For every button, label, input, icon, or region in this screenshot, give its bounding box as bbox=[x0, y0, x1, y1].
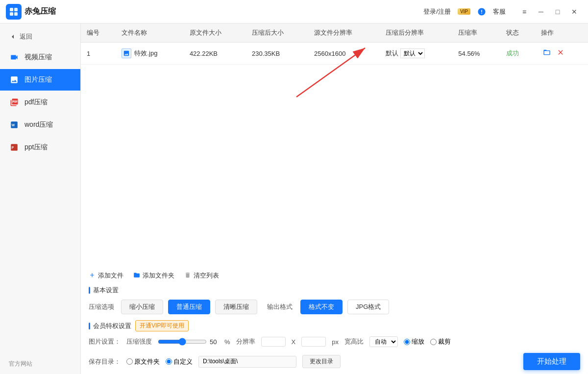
compress-btn-small[interactable]: 缩小压缩 bbox=[121, 300, 163, 314]
table-row: 1 特效.jpg 422.22KB 230.35KB bbox=[81, 43, 588, 65]
crop-option[interactable]: 裁剪 bbox=[430, 337, 451, 346]
compress-btn-clear[interactable]: 清晰压缩 bbox=[215, 300, 257, 314]
image-settings-label: 图片设置： bbox=[89, 337, 121, 346]
logo-icon bbox=[6, 4, 22, 20]
titlebar: 赤兔压缩 登录/注册 VIP 客服 ≡ ─ □ ✕ bbox=[0, 0, 588, 23]
sidebar-item-video-label: 视频压缩 bbox=[24, 53, 52, 62]
save-path-input[interactable] bbox=[198, 356, 296, 368]
delete-file-btn[interactable] bbox=[555, 47, 566, 59]
strength-pct: % bbox=[224, 338, 230, 346]
sidebar-item-word-label: word压缩 bbox=[24, 120, 53, 129]
bottom-controls: 添加文件 添加文件夹 清空列表 基本设置 bbox=[81, 265, 588, 374]
save-custom-radio[interactable] bbox=[166, 358, 172, 365]
format-btn-unchanged[interactable]: 格式不变 bbox=[300, 300, 343, 314]
content-area: 编号 文件名称 原文件大小 压缩后大小 源文件分辨率 压缩后分辨率 压缩率 状态… bbox=[81, 23, 588, 374]
sidebar-item-video[interactable]: 视频压缩 bbox=[0, 47, 80, 68]
image-settings-row: 图片设置： 压缩强度 50 % 分辨率 X px 宽高比 自动 16:9 4:3 bbox=[89, 336, 580, 347]
app-title: 赤兔压缩 bbox=[24, 6, 56, 17]
sidebar-item-image[interactable]: 图片压缩 bbox=[0, 69, 80, 91]
svg-rect-0 bbox=[10, 8, 13, 11]
app-logo: 赤兔压缩 bbox=[6, 4, 56, 20]
clear-list-btn[interactable]: 清空列表 bbox=[184, 271, 219, 280]
scale-option[interactable]: 缩放 bbox=[404, 337, 424, 346]
col-source-res: 源文件分辨率 bbox=[308, 23, 380, 43]
col-filename: 文件名称 bbox=[116, 23, 183, 43]
compress-btn-normal[interactable]: 普通压缩 bbox=[168, 300, 210, 314]
output-format-label: 输出格式 bbox=[267, 303, 293, 311]
save-original-option[interactable]: 原文件夹 bbox=[126, 357, 160, 366]
login-btn[interactable]: 登录/注册 bbox=[423, 7, 451, 16]
ratio-select[interactable]: 自动 16:9 4:3 bbox=[369, 336, 398, 347]
resolution-y-input[interactable] bbox=[301, 337, 326, 347]
clear-icon bbox=[184, 272, 191, 280]
sidebar-item-ppt[interactable]: P ppt压缩 bbox=[0, 137, 80, 158]
add-folder-btn[interactable]: 添加文件夹 bbox=[133, 271, 174, 280]
save-row: 保存目录： 原文件夹 自定义 更改目录 开始处理 bbox=[89, 353, 580, 370]
menu-btn[interactable]: ≡ bbox=[516, 4, 532, 20]
col-action: 操作 bbox=[535, 23, 588, 43]
strength-slider-container: 50 % bbox=[158, 338, 230, 346]
resolution-x-input[interactable] bbox=[261, 337, 286, 347]
col-id: 编号 bbox=[81, 23, 116, 43]
col-original-size: 原文件大小 bbox=[184, 23, 246, 43]
file-table-wrapper: 编号 文件名称 原文件大小 压缩后大小 源文件分辨率 压缩后分辨率 压缩率 状态… bbox=[81, 23, 588, 265]
vip-btn[interactable]: VIP bbox=[458, 8, 470, 15]
basic-settings-title: 基本设置 bbox=[89, 286, 580, 295]
vip-badge: VIP bbox=[458, 8, 470, 15]
row-target-res: 默认 默认 bbox=[380, 43, 453, 65]
svg-text:W: W bbox=[12, 123, 15, 127]
compress-options-row: 压缩选项 缩小压缩 普通压缩 清晰压缩 输出格式 格式不变 JPG格式 bbox=[89, 300, 580, 314]
strength-slider[interactable] bbox=[158, 338, 207, 346]
compress-options-label: 压缩选项 bbox=[89, 303, 114, 311]
minimize-btn[interactable]: ─ bbox=[533, 4, 549, 20]
svg-text:P: P bbox=[12, 146, 14, 149]
titlebar-right: 登录/注册 VIP 客服 ≡ ─ □ ✕ bbox=[423, 4, 582, 20]
table-scroll: 编号 文件名称 原文件大小 压缩后大小 源文件分辨率 压缩后分辨率 压缩率 状态… bbox=[81, 23, 588, 265]
svg-rect-2 bbox=[10, 12, 13, 16]
sidebar-back-btn[interactable]: 返回 bbox=[0, 27, 80, 46]
vip-section-bar bbox=[89, 323, 90, 329]
strength-label: 压缩强度 bbox=[126, 337, 152, 346]
pdf-icon bbox=[9, 97, 20, 108]
word-icon: W bbox=[9, 119, 20, 130]
vip-tag[interactable]: 开通VIP即可使用 bbox=[135, 320, 189, 331]
add-folder-icon bbox=[133, 272, 140, 280]
open-file-btn[interactable] bbox=[541, 47, 553, 59]
sidebar-item-pdf[interactable]: pdf压缩 bbox=[0, 92, 80, 113]
vip-settings-row: 会员特权设置 开通VIP即可使用 bbox=[89, 320, 580, 331]
table-header-row: 编号 文件名称 原文件大小 压缩后大小 源文件分辨率 压缩后分辨率 压缩率 状态… bbox=[81, 23, 588, 43]
save-label: 保存目录： bbox=[89, 357, 121, 366]
save-original-radio[interactable] bbox=[126, 358, 133, 365]
service-icon[interactable] bbox=[477, 7, 486, 16]
px-label: px bbox=[332, 338, 339, 346]
x-separator: X bbox=[292, 338, 296, 346]
row-id: 1 bbox=[81, 43, 116, 65]
scale-radio[interactable] bbox=[404, 339, 410, 345]
add-file-btn[interactable]: 添加文件 bbox=[89, 271, 123, 280]
save-custom-option[interactable]: 自定义 bbox=[166, 357, 193, 366]
row-original-size: 422.22KB bbox=[184, 43, 246, 65]
service-label-btn[interactable]: 客服 bbox=[493, 7, 506, 16]
sidebar-item-ppt-label: ppt压缩 bbox=[24, 143, 48, 152]
sidebar: 返回 视频压缩 图片压缩 pdf压缩 W word压缩 bbox=[0, 23, 81, 374]
official-website-btn[interactable]: 官方网站 bbox=[0, 354, 80, 374]
col-target-res: 压缩后分辨率 bbox=[380, 23, 453, 43]
crop-radio[interactable] bbox=[430, 339, 437, 345]
strength-value: 50 bbox=[210, 338, 221, 346]
ratio-label: 宽高比 bbox=[344, 337, 364, 346]
start-btn[interactable]: 开始处理 bbox=[523, 353, 580, 370]
window-controls: ≡ ─ □ ✕ bbox=[516, 4, 582, 20]
file-thumb-icon bbox=[122, 48, 131, 58]
row-source-res: 2560x1600 bbox=[308, 43, 380, 65]
maximize-btn[interactable]: □ bbox=[550, 4, 565, 20]
image-icon bbox=[9, 74, 20, 85]
change-dir-btn[interactable]: 更改目录 bbox=[302, 355, 341, 368]
main-layout: 返回 视频压缩 图片压缩 pdf压缩 W word压缩 bbox=[0, 23, 588, 374]
sidebar-item-word[interactable]: W word压缩 bbox=[0, 114, 80, 136]
scale-crop-group: 缩放 裁剪 bbox=[404, 337, 451, 346]
row-compressed-size: 230.35KB bbox=[246, 43, 308, 65]
close-btn[interactable]: ✕ bbox=[566, 4, 582, 20]
row-filename: 特效.jpg bbox=[116, 43, 183, 65]
resolution-select-dropdown[interactable]: 默认 bbox=[400, 48, 425, 58]
format-btn-jpg[interactable]: JPG格式 bbox=[347, 300, 389, 314]
